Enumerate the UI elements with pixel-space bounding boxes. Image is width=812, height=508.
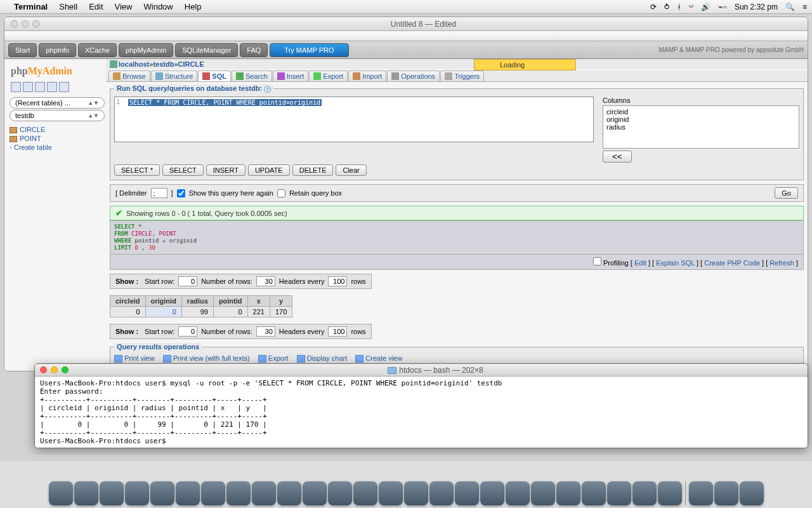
- dock-trash-icon[interactable]: [740, 481, 764, 505]
- btn-select[interactable]: SELECT: [162, 164, 204, 176]
- crumb-table[interactable]: CIRCLE: [178, 60, 204, 68]
- tree-create-table[interactable]: ◦ Create table: [10, 143, 101, 152]
- tab-insert[interactable]: Insert: [273, 70, 309, 81]
- explain-link[interactable]: Explain SQL: [656, 259, 695, 267]
- menu-edit[interactable]: Edit: [89, 2, 103, 11]
- dock-app-icon[interactable]: [658, 481, 682, 505]
- headers-input2[interactable]: [328, 326, 347, 337]
- mamp-try-pro[interactable]: Try MAMP PRO: [270, 43, 348, 57]
- go-button[interactable]: Go: [775, 187, 798, 199]
- dock-app-icon[interactable]: [150, 481, 174, 505]
- window-minimize-icon[interactable]: [22, 20, 29, 27]
- dock-app-icon[interactable]: [404, 481, 428, 505]
- numrows-input[interactable]: [256, 276, 275, 286]
- columns-list[interactable]: circleid originid radius: [603, 105, 799, 149]
- col-originid[interactable]: originid: [145, 296, 181, 307]
- show-again-checkbox[interactable]: [177, 189, 185, 197]
- mamp-tab-start[interactable]: Start: [8, 43, 37, 57]
- terminal-output[interactable]: Users-MacBook-Pro:htdocs user$ mysql -u …: [35, 377, 808, 448]
- col-radius[interactable]: radius: [181, 296, 213, 307]
- dock-app-icon[interactable]: [277, 481, 301, 505]
- dock-app-icon[interactable]: [252, 481, 276, 505]
- tree-table-point[interactable]: POINT: [10, 134, 101, 143]
- tree-table-circle[interactable]: CIRCLE: [10, 125, 101, 134]
- crumb-db[interactable]: testdb: [153, 60, 174, 68]
- menu-window[interactable]: Window: [144, 2, 173, 11]
- logout-icon[interactable]: [23, 82, 33, 92]
- terminal-close-icon[interactable]: [40, 366, 47, 373]
- mamp-tab-phpmyadmin[interactable]: phpMyAdmin: [119, 43, 173, 57]
- status-clock[interactable]: Sun 2:32 pm: [735, 3, 778, 11]
- op-print-full[interactable]: Print view (with full texts): [163, 354, 250, 362]
- startrow-input[interactable]: [178, 276, 197, 286]
- col-x[interactable]: x: [247, 296, 270, 307]
- column-item[interactable]: radius: [605, 123, 797, 131]
- dock-folder-icon[interactable]: [714, 481, 738, 505]
- tab-structure[interactable]: Structure: [151, 70, 198, 81]
- help-icon[interactable]: ?: [264, 86, 271, 93]
- dock-app-icon[interactable]: [353, 481, 377, 505]
- dock-app-icon[interactable]: [556, 481, 580, 505]
- op-chart[interactable]: Display chart: [297, 354, 348, 362]
- notification-icon[interactable]: ≡: [802, 3, 807, 11]
- dock-app-icon[interactable]: [226, 481, 251, 505]
- profiling-checkbox[interactable]: [593, 257, 601, 265]
- mamp-tab-phpinfo[interactable]: phpInfo: [39, 43, 76, 57]
- column-item[interactable]: circleid: [605, 108, 797, 116]
- tab-triggers[interactable]: Triggers: [440, 70, 484, 81]
- dock-app-icon[interactable]: [379, 481, 403, 505]
- window-zoom-icon[interactable]: [32, 20, 39, 27]
- mamp-tab-sqlite[interactable]: SQLiteManager: [175, 43, 238, 57]
- op-export[interactable]: Export: [258, 354, 289, 362]
- delimiter-input[interactable]: [151, 188, 167, 198]
- column-item[interactable]: originid: [605, 116, 797, 123]
- btn-clear[interactable]: Clear: [336, 164, 366, 176]
- status-timemachine-icon[interactable]: ⥁: [664, 3, 669, 11]
- dock-app-icon[interactable]: [328, 481, 352, 505]
- mamp-tab-xcache[interactable]: XCache: [78, 43, 117, 57]
- menu-app[interactable]: Terminal: [14, 2, 48, 11]
- op-createview[interactable]: Create view: [355, 354, 402, 362]
- dock-app-icon[interactable]: [607, 481, 631, 505]
- refresh-link[interactable]: Refresh: [769, 259, 794, 267]
- menu-help[interactable]: Help: [185, 2, 202, 11]
- op-print[interactable]: Print view: [114, 354, 155, 362]
- tab-browse[interactable]: Browse: [108, 70, 150, 81]
- dock-app-icon[interactable]: [582, 481, 606, 505]
- tab-export[interactable]: Export: [309, 70, 348, 81]
- col-circleid[interactable]: circleid: [110, 296, 146, 307]
- status-volume-icon[interactable]: 🔊: [701, 3, 710, 11]
- btn-update[interactable]: UPDATE: [248, 164, 290, 176]
- mamp-tab-faq[interactable]: FAQ: [240, 43, 268, 57]
- btn-select-star[interactable]: SELECT *: [114, 164, 160, 176]
- home-icon[interactable]: [11, 82, 21, 92]
- dock-folder-icon[interactable]: [689, 481, 713, 505]
- dock-app-icon[interactable]: [429, 481, 454, 505]
- dock-app-icon[interactable]: [201, 481, 225, 505]
- dock-app-icon[interactable]: [531, 481, 555, 505]
- terminal-minimize-icon[interactable]: [51, 366, 58, 373]
- status-wifi-icon[interactable]: ⌔: [689, 3, 693, 11]
- recent-tables-select[interactable]: (Recent tables) ...▲▼: [10, 97, 105, 109]
- sql-editor[interactable]: 1SELECT * FROM CIRCLE, POINT WHERE point…: [114, 97, 594, 142]
- insert-column-button[interactable]: <<: [603, 150, 632, 163]
- tab-sql[interactable]: SQL: [198, 70, 231, 81]
- headers-input[interactable]: [328, 276, 347, 286]
- dock-app-icon[interactable]: [176, 481, 200, 505]
- dock-app-icon[interactable]: [100, 481, 124, 505]
- startrow-input2[interactable]: [178, 326, 197, 337]
- crumb-host[interactable]: localhost: [119, 60, 149, 68]
- retain-checkbox[interactable]: [277, 189, 285, 197]
- terminal-zoom-icon[interactable]: [62, 366, 69, 373]
- col-pointid[interactable]: pointid: [213, 296, 247, 307]
- status-dropbox-icon[interactable]: ⟳: [650, 3, 657, 11]
- status-battery-icon[interactable]: ⌁⎓: [718, 3, 727, 11]
- status-bluetooth-icon[interactable]: ᚼ: [677, 3, 681, 11]
- menu-view[interactable]: View: [115, 2, 133, 11]
- dock-app-icon[interactable]: [632, 481, 657, 505]
- dock-app-icon[interactable]: [480, 481, 504, 505]
- tab-operations[interactable]: Operations: [387, 70, 440, 81]
- btn-delete[interactable]: DELETE: [292, 164, 334, 176]
- edit-link[interactable]: Edit: [634, 259, 646, 267]
- window-close-icon[interactable]: [11, 20, 18, 27]
